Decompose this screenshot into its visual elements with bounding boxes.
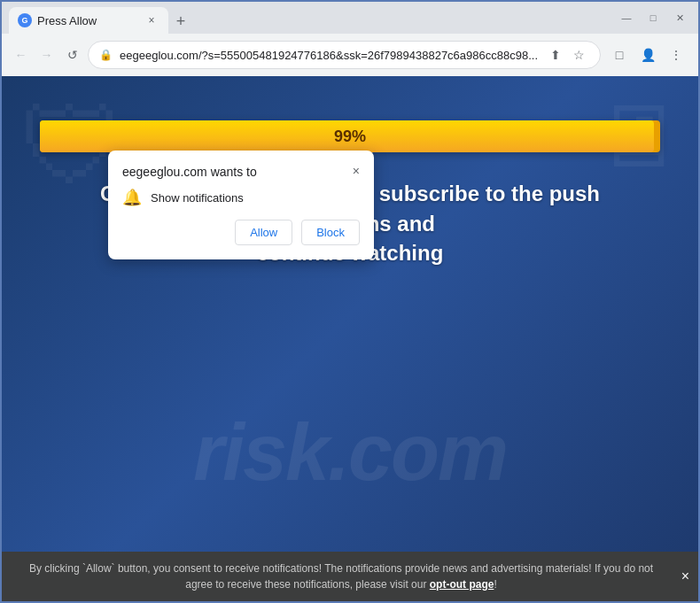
window-controls: — □ ✕	[615, 9, 691, 27]
minimize-button[interactable]: —	[615, 9, 638, 27]
block-button[interactable]: Block	[301, 220, 360, 245]
popup-title: eegeeglou.com wants to	[122, 165, 257, 179]
watermark: risk.com	[193, 407, 507, 499]
popup-actions: Allow Block	[122, 220, 360, 245]
popup-message: Show notifications	[151, 191, 244, 205]
tab-area: G Press Allow × +	[9, 2, 611, 34]
address-text: eegeeglou.com/?s=555005481924776186&ssk=…	[120, 49, 538, 62]
maximize-button[interactable]: □	[642, 9, 665, 27]
page-content: 🛡 🖥 99% Click the «Allow» button to subs…	[2, 76, 698, 552]
consent-close-button[interactable]: ×	[681, 566, 689, 587]
browser-window: G Press Allow × + — □ ✕ ← → ↺ 🔒 eegeeglo…	[0, 0, 700, 603]
bell-icon: 🔔	[122, 188, 142, 207]
title-bar: G Press Allow × + — □ ✕	[2, 2, 698, 34]
back-button[interactable]: ←	[11, 42, 31, 68]
consent-bar: By clicking `Allow` button, you consent …	[2, 552, 698, 601]
address-actions: ⬆ ☆	[545, 44, 589, 66]
share-icon[interactable]: ⬆	[545, 44, 566, 66]
lock-icon: 🔒	[99, 49, 113, 61]
consent-text-after: !	[494, 578, 496, 591]
progress-text: 99%	[334, 128, 366, 146]
forward-button[interactable]: →	[36, 42, 57, 68]
browser-body: eegeeglou.com wants to × 🔔 Show notifica…	[2, 76, 698, 601]
profile-icon[interactable]: 👤	[634, 42, 661, 68]
popup-header: eegeeglou.com wants to ×	[122, 165, 360, 179]
tab-close-button[interactable]: ×	[144, 12, 159, 28]
close-window-button[interactable]: ✕	[668, 9, 691, 27]
consent-text-before: By clicking `Allow` button, you consent …	[29, 562, 653, 591]
active-tab[interactable]: G Press Allow ×	[9, 7, 168, 34]
reload-button[interactable]: ↺	[62, 42, 82, 68]
tab-favicon: G	[18, 13, 32, 27]
popup-content: 🔔 Show notifications	[122, 188, 360, 207]
opt-out-link[interactable]: opt-out page	[430, 578, 494, 591]
bookmark-icon[interactable]: ☆	[568, 44, 589, 66]
progress-bar: 99%	[40, 120, 660, 152]
popup-close-button[interactable]: ×	[353, 165, 360, 177]
address-bar[interactable]: 🔒 eegeeglou.com/?s=555005481924776186&ss…	[88, 41, 601, 69]
tab-title: Press Allow	[37, 14, 97, 27]
nav-bar: ← → ↺ 🔒 eegeeglou.com/?s=555005481924776…	[2, 34, 698, 76]
nav-extras: □ 👤 ⋮	[606, 42, 689, 68]
extensions-icon[interactable]: □	[606, 42, 633, 68]
allow-button[interactable]: Allow	[235, 220, 292, 245]
notification-popup: eegeeglou.com wants to × 🔔 Show notifica…	[108, 151, 374, 259]
new-tab-button[interactable]: +	[168, 9, 193, 34]
menu-icon[interactable]: ⋮	[663, 42, 689, 68]
